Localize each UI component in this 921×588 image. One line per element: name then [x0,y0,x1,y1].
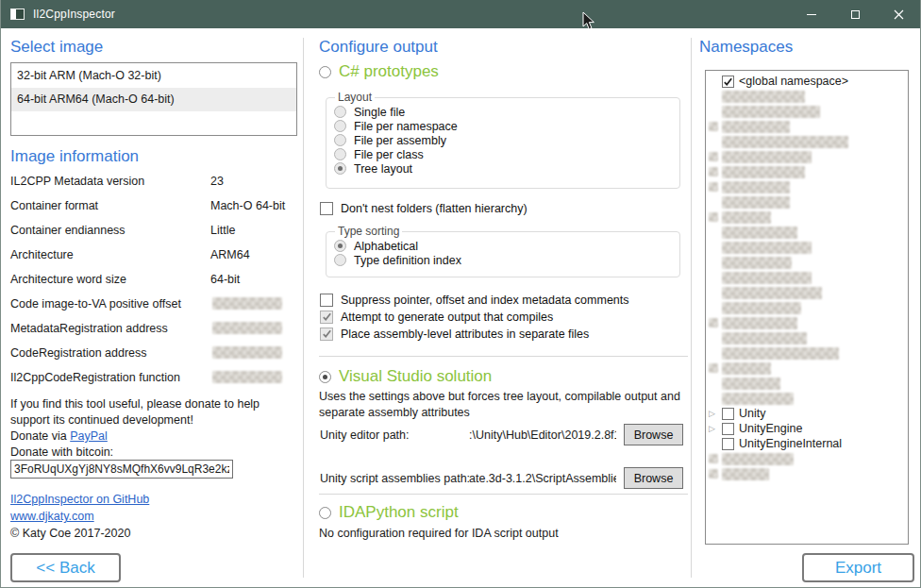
configure-output-header: Configure output [319,38,438,57]
namespace-row[interactable]: ▷UnityEngine [706,421,908,436]
namespace-row[interactable]: ▷Unity [706,406,908,421]
radio-icon[interactable] [334,254,346,266]
namespace-row [706,255,908,270]
donate-bitcoin-label: Donate with bitcoin: [10,445,113,459]
info-row: Architecture word size64-bit [10,270,299,294]
redacted-blob [709,363,718,373]
checkbox-row[interactable]: Place assembly-level attributes in separ… [320,327,629,341]
redacted-namespace [722,121,790,133]
checkbox-label: Place assembly-level attributes in separ… [341,328,589,341]
redacted-blob [709,212,718,222]
redacted-blob [709,167,718,176]
expander-icon[interactable]: ▷ [709,409,722,418]
redacted-namespace [722,272,812,284]
namespace-checkbox[interactable] [722,438,734,450]
radio-icon[interactable] [334,134,346,146]
redacted-namespace [722,287,822,299]
info-label: Container format [10,199,98,212]
path-field-value[interactable]: :\Unity\Hub\Editor\2019.2.8f1 [469,428,616,442]
namespace-row [706,149,908,164]
expander-spacer [709,167,722,176]
redacted-value [212,346,282,359]
radio-label: Alphabetical [354,240,418,253]
image-list-item[interactable]: 64-bit ARM64 (Mach-O 64-bit) [11,88,296,111]
namespace-row[interactable]: <global namespace> [706,74,908,89]
radio-icon[interactable] [334,106,346,118]
checkbox-row[interactable]: Attempt to generate output that compiles [320,310,629,324]
website-link[interactable]: www.djkaty.com [10,510,94,523]
redacted-namespace [722,227,797,239]
image-listbox[interactable]: 32-bit ARM (Mach-O 32-bit)64-bit ARM64 (… [10,62,297,136]
namespace-row [706,466,908,481]
redacted-namespace [722,242,812,254]
info-label: CodeRegistration address [10,346,147,360]
checkbox[interactable] [320,294,333,307]
redacted-namespace [722,91,805,103]
radio-option[interactable]: File per namespace [334,119,672,133]
expander-icon[interactable]: ▷ [709,424,722,433]
radio-option[interactable]: Alphabetical [334,239,672,253]
namespace-row [706,330,908,345]
radio-icon[interactable] [334,240,346,252]
namespace-row [706,300,908,315]
namespace-checkbox[interactable] [722,408,734,420]
redacted-namespace [722,468,769,480]
radio-option[interactable]: Single file [334,105,672,119]
namespace-checkbox[interactable] [722,76,734,88]
redacted-namespace [722,211,771,224]
radio-icon[interactable] [334,162,346,175]
export-button[interactable]: Export [802,553,914,582]
radio-option[interactable]: Tree layout [334,161,672,176]
browse-button[interactable]: Browse [624,424,683,445]
radio-label: Single file [354,106,405,119]
namespace-row [706,361,908,376]
checkbox[interactable] [320,311,333,324]
type-sorting-groupbox: Type sorting AlphabeticalType definition… [326,225,680,277]
radio-option[interactable]: File per assembly [334,133,672,147]
path-field-value[interactable]: ate.3d-3.1.2\ScriptAssemblies [469,472,616,485]
radio-option[interactable]: Type definition index [334,253,672,267]
expander-spacer [709,212,722,222]
radio-icon[interactable] [334,148,346,160]
vs-solution-radio[interactable] [319,371,331,383]
namespace-label: <global namespace> [739,75,848,88]
ida-script-option[interactable]: IDAPython script [319,503,459,522]
vs-solution-option[interactable]: Visual Studio solution [319,367,492,386]
paypal-link[interactable]: PayPal [70,429,108,443]
namespace-row [706,119,908,134]
checkbox-label: Suppress pointer, offset and index metad… [341,294,629,307]
bitcoin-address-input[interactable] [10,460,233,479]
radio-option[interactable]: File per class [334,147,672,161]
redacted-namespace [722,166,805,178]
info-value: ARM64 [210,248,250,261]
browse-button[interactable]: Browse [624,467,683,489]
donate-block: If you find this tool useful, please don… [10,396,293,461]
csharp-prototypes-option[interactable]: C# prototypes [319,62,439,81]
info-row: MetadataRegistration address [10,319,299,344]
namespaces-listbox[interactable]: <global namespace>▷Unity▷UnityEngineUnit… [705,70,909,545]
image-list-item[interactable]: 32-bit ARM (Mach-O 32-bit) [11,64,296,88]
back-button[interactable]: << Back [10,553,121,582]
info-value: Mach-O 64-bit [210,199,285,212]
namespace-row[interactable]: UnityEngineInternal [706,436,908,451]
radio-icon[interactable] [334,120,346,132]
app-window: Il2CppInspector Select image 32-bit ARM … [0,0,921,588]
csharp-prototypes-radio[interactable] [319,66,331,78]
type-sorting-group-label: Type sorting [335,225,402,238]
radio-label: File per assembly [354,134,446,147]
info-row: Container endiannessLittle [10,221,299,245]
namespace-row [706,104,908,119]
namespace-row [706,315,908,330]
info-value: 64-bit [210,273,240,286]
checkbox-row[interactable]: Suppress pointer, offset and index metad… [320,293,629,307]
radio-label: File per class [354,148,424,161]
namespace-row [706,179,908,194]
redacted-namespace [722,181,790,193]
namespace-checkbox[interactable] [722,423,734,435]
checkbox[interactable] [320,202,333,215]
checkbox[interactable] [320,328,333,341]
flatten-checkbox-row[interactable]: Don't nest folders (flatten hierarchy) [320,201,527,215]
github-link[interactable]: Il2CppInspector on GitHub [10,493,149,506]
redacted-value [212,371,282,383]
ida-script-radio[interactable] [319,507,331,519]
